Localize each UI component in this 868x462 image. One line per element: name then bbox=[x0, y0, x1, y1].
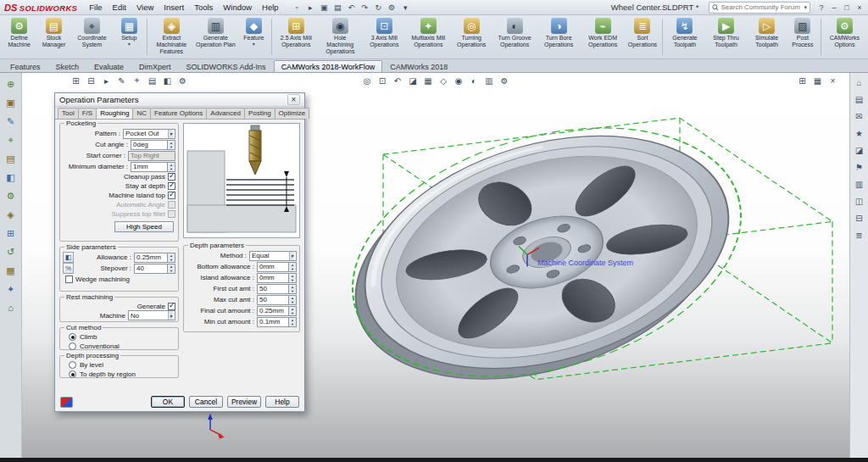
menu-item[interactable]: View bbox=[131, 2, 159, 13]
pocketing-option-row[interactable]: Stay at depth bbox=[63, 181, 175, 191]
simulate-icon[interactable]: ✦ bbox=[3, 281, 19, 297]
coordinate-icon[interactable]: ⌖ bbox=[3, 132, 19, 148]
radio-button[interactable] bbox=[69, 342, 76, 350]
radio-button[interactable] bbox=[69, 333, 76, 341]
command-tab[interactable]: Evaluate bbox=[86, 60, 131, 72]
depth-processing-option[interactable]: By level bbox=[63, 360, 175, 370]
list-icon[interactable]: ▤ bbox=[146, 75, 159, 86]
rebuild-icon[interactable]: ↻ bbox=[372, 2, 385, 14]
home-icon[interactable]: ⌂ bbox=[3, 300, 19, 315]
ribbon-button[interactable]: ▤ Stock Manager bbox=[36, 16, 70, 58]
min-diameter-spinner[interactable]: ▲▼ bbox=[168, 162, 175, 172]
spinner[interactable]: ▲▼ bbox=[289, 262, 297, 272]
grid-icon[interactable]: ⊞ bbox=[3, 225, 19, 241]
save-icon[interactable]: ▣ bbox=[318, 2, 331, 14]
ribbon-button[interactable]: ⊡ 3 Axis Mill Operations bbox=[362, 16, 406, 58]
depth-parameter-input[interactable]: 0mm bbox=[257, 262, 289, 272]
minimize-button[interactable]: – bbox=[830, 3, 838, 12]
forum-icon[interactable]: ▥ bbox=[853, 177, 866, 191]
resources-icon[interactable]: ◫ bbox=[853, 194, 866, 208]
stock-icon[interactable]: ▤ bbox=[3, 151, 19, 166]
pocketing-option-row[interactable]: Automatic Angle bbox=[63, 200, 175, 209]
menu-item[interactable]: File bbox=[84, 2, 107, 13]
command-tab[interactable]: Features bbox=[3, 60, 48, 72]
method-dropdown[interactable]: Equal ▾ bbox=[249, 251, 297, 261]
open-icon[interactable]: ▸ bbox=[304, 2, 317, 14]
checkbox[interactable] bbox=[168, 210, 175, 218]
feature-tree-icon[interactable]: ▣ bbox=[3, 95, 19, 110]
dialog-tab[interactable]: Posting bbox=[244, 108, 275, 119]
gear-icon[interactable]: ⚙ bbox=[176, 75, 189, 86]
collapse-icon[interactable]: ⊟ bbox=[853, 211, 866, 225]
search-box[interactable]: ▾ bbox=[709, 2, 810, 14]
file-explorer-icon[interactable]: ✉ bbox=[853, 109, 866, 123]
dialog-tab[interactable]: Advanced bbox=[206, 108, 245, 119]
search-input[interactable] bbox=[721, 3, 802, 11]
depth-parameter-input[interactable]: 0mm bbox=[257, 273, 289, 283]
display-pane-icon[interactable]: ▸ bbox=[100, 75, 113, 86]
settings-icon[interactable]: ⚙ bbox=[3, 188, 19, 203]
appearances-icon[interactable]: ◪ bbox=[853, 143, 866, 157]
allowance-icon-button[interactable]: ◧ bbox=[63, 252, 74, 263]
ribbon-button[interactable]: ⚙ Define Machine bbox=[2, 16, 36, 58]
pocketing-option-row[interactable]: Cleanup pass bbox=[63, 172, 175, 181]
dropdown-icon[interactable]: ▾ bbox=[399, 2, 412, 14]
previous-view-icon[interactable]: ↶ bbox=[392, 75, 404, 86]
ribbon-button[interactable]: ▶ Step Thru Toolpath bbox=[705, 16, 747, 58]
pattern-dropdown[interactable]: Pocket Out ▾ bbox=[123, 129, 175, 139]
zoom-fit-icon[interactable]: ◎ bbox=[361, 75, 374, 86]
dialog-tab[interactable]: NC bbox=[132, 108, 151, 119]
menu-item[interactable]: Insert bbox=[159, 2, 189, 13]
command-tab[interactable]: Sketch bbox=[48, 60, 87, 72]
ribbon-button[interactable]: ▨ Post Process bbox=[787, 16, 819, 58]
dialog-tab[interactable]: Tool bbox=[58, 108, 79, 119]
spinner[interactable]: ▲▼ bbox=[289, 273, 297, 283]
cut-method-option[interactable]: Conventional bbox=[63, 342, 175, 351]
ribbon-button[interactable]: ⚙ CAMWorks Options bbox=[823, 16, 866, 58]
spinner[interactable]: ▲▼ bbox=[289, 317, 297, 327]
depth-parameter-input[interactable]: 0.25mm bbox=[257, 306, 289, 316]
generate-checkbox[interactable] bbox=[168, 303, 175, 310]
view-palette-icon[interactable]: ★ bbox=[853, 126, 866, 140]
ribbon-button[interactable]: ✦ Multiaxis Mill Operations bbox=[406, 16, 450, 58]
spinner[interactable]: ▲▼ bbox=[289, 284, 297, 294]
spinner[interactable]: ▲▼ bbox=[289, 306, 297, 316]
close-view-icon[interactable]: × bbox=[826, 75, 839, 86]
high-speed-button[interactable]: High Speed bbox=[114, 221, 174, 232]
spinner[interactable]: ▲▼ bbox=[289, 295, 297, 305]
stepover-input[interactable]: 40 bbox=[134, 264, 168, 274]
ribbon-button[interactable]: ⌁ Work EDM Operations bbox=[581, 16, 625, 58]
checkbox[interactable] bbox=[168, 173, 175, 181]
half-section-icon[interactable]: ◧ bbox=[161, 75, 174, 86]
custom-properties-icon[interactable]: ⚑ bbox=[853, 160, 866, 174]
cut-method-option[interactable]: Climb bbox=[63, 332, 175, 342]
radio-button[interactable] bbox=[69, 370, 76, 378]
restore-button[interactable]: □ bbox=[843, 3, 851, 12]
depth-parameter-input[interactable]: 50 bbox=[257, 284, 289, 294]
pocketing-option-row[interactable]: Machine island top bbox=[63, 191, 175, 200]
command-tab[interactable]: CAMWorks 2018-WorkFlow bbox=[274, 60, 383, 72]
stepover-spinner[interactable]: ▲▼ bbox=[168, 264, 175, 274]
checkbox[interactable] bbox=[168, 182, 175, 190]
ribbon-button[interactable]: ◐ Turn Groove Operations bbox=[492, 16, 537, 58]
checkbox[interactable] bbox=[168, 201, 175, 209]
options-icon[interactable]: ⚙ bbox=[386, 2, 398, 14]
hide-show-icon[interactable]: ◉ bbox=[453, 75, 465, 86]
radio-button[interactable] bbox=[69, 361, 76, 369]
new-icon[interactable]: ▫ bbox=[291, 2, 303, 14]
command-tab[interactable]: SOLIDWORKS Add-Ins bbox=[179, 60, 274, 72]
ribbon-button[interactable]: ◑ Turn Bore Operations bbox=[537, 16, 581, 58]
cut-angle-input[interactable]: 0deg bbox=[131, 140, 168, 150]
ribbon-button[interactable]: ↯ Generate Toolpath bbox=[665, 16, 705, 58]
checkbox[interactable] bbox=[168, 192, 175, 199]
menu-item[interactable]: Tools bbox=[189, 2, 218, 13]
view-orientation-icon[interactable]: ▦ bbox=[422, 75, 435, 86]
command-tab[interactable]: DimXpert bbox=[131, 60, 179, 72]
task-pane-home-icon[interactable]: ⌂ bbox=[853, 75, 866, 89]
print-icon[interactable]: ▤ bbox=[331, 2, 344, 14]
edit-icon[interactable]: ✎ bbox=[115, 75, 128, 86]
undo-icon[interactable]: ↶ bbox=[345, 2, 358, 14]
filter-icon[interactable]: ⊟ bbox=[85, 75, 97, 86]
dialog-tab[interactable]: F/S bbox=[78, 108, 97, 119]
ribbon-button[interactable]: ◉ Hole Machining Operations bbox=[318, 16, 362, 58]
